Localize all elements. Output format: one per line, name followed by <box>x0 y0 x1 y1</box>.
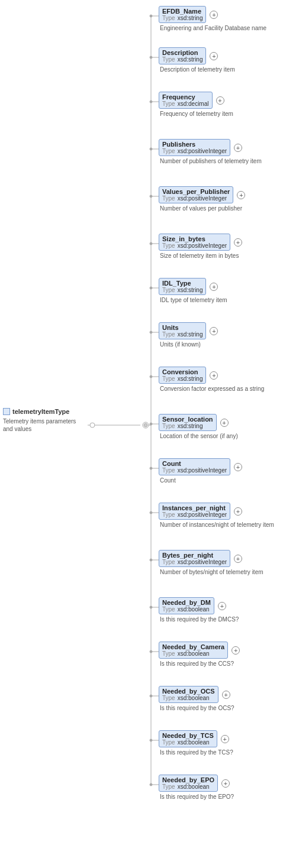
svg-point-7 <box>150 15 152 17</box>
field-name-Bytes_per_night: Bytes_per_night <box>162 552 227 559</box>
field-group-Size_in_bytes: Size_in_bytes Type xsd:positiveInteger +… <box>159 234 242 259</box>
field-header-Publishers: Publishers Type xsd:positiveInteger + <box>159 139 262 156</box>
type-val-Frequency: xsd:decimal <box>178 101 209 107</box>
type-val-Needed_by_TCS: xsd:boolean <box>178 739 210 746</box>
field-name-Conversion: Conversion <box>162 368 202 375</box>
type-val-Units: xsd:string <box>178 331 203 338</box>
field-description-Sensor_location: Location of the sensor (if any) <box>159 433 238 439</box>
field-header-IDL_Type: IDL_Type Type xsd:string + <box>159 278 227 295</box>
field-name-Needed_by_TCS: Needed_by_TCS <box>162 732 214 739</box>
field-group-Values_per_Publisher: Values_per_Publisher Type xsd:positiveIn… <box>159 186 245 212</box>
field-name-Units: Units <box>162 324 202 331</box>
plus-button-IDL_Type[interactable]: + <box>210 283 218 291</box>
svg-point-41 <box>150 783 152 786</box>
field-box-Values_per_Publisher: Values_per_Publisher Type xsd:positiveIn… <box>159 186 233 203</box>
field-group-Bytes_per_night: Bytes_per_night Type xsd:positiveInteger… <box>159 550 263 575</box>
plus-button-Needed_by_Camera[interactable]: + <box>232 646 240 655</box>
svg-point-19 <box>150 287 152 289</box>
type-key-Bytes_per_night: Type <box>162 559 175 565</box>
plus-button-Sensor_location[interactable]: + <box>220 419 229 427</box>
type-val-Size_in_bytes: xsd:positiveInteger <box>178 242 227 249</box>
plus-button-Count[interactable]: + <box>234 463 242 471</box>
plus-button-Frequency[interactable]: + <box>216 96 224 105</box>
field-name-Publishers: Publishers <box>162 141 227 148</box>
left-box: telemetryItemType Telemetry items parame… <box>3 408 80 433</box>
field-description-Publishers: Number of publishers of telemetry item <box>159 158 262 164</box>
type-key-Conversion: Type <box>162 375 175 382</box>
svg-point-27 <box>150 467 152 469</box>
svg-point-21 <box>150 331 152 333</box>
svg-point-39 <box>150 739 152 741</box>
plus-button-Values_per_Publisher[interactable]: + <box>237 191 245 199</box>
field-box-Instances_per_night: Instances_per_night Type xsd:positiveInt… <box>159 503 230 520</box>
field-type-Units: Type xsd:string <box>162 331 202 338</box>
field-description-Count: Count <box>159 477 242 484</box>
field-type-Needed_by_TCS: Type xsd:boolean <box>162 739 214 746</box>
plus-button-Needed_by_EPO[interactable]: + <box>221 779 230 788</box>
field-description-EFDB_Name: Engineering and Facility Database name <box>159 25 266 31</box>
type-val-Description: xsd:string <box>178 56 203 63</box>
plus-button-Conversion[interactable]: + <box>210 371 218 380</box>
type-val-Needed_by_DM: xsd:boolean <box>178 606 210 613</box>
svg-point-35 <box>150 650 152 653</box>
field-group-IDL_Type: IDL_Type Type xsd:string + IDL type of t… <box>159 278 227 303</box>
field-header-Conversion: Conversion Type xsd:string + <box>159 367 264 384</box>
type-key-Instances_per_night: Type <box>162 511 175 518</box>
field-type-Needed_by_EPO: Type xsd:boolean <box>162 783 214 790</box>
field-description-Needed_by_Camera: Is this required by the CCS? <box>159 660 240 667</box>
field-type-Instances_per_night: Type xsd:positiveInteger <box>162 511 227 518</box>
plus-button-EFDB_Name[interactable]: + <box>210 11 218 19</box>
field-header-Needed_by_OCS: Needed_by_OCS Type xsd:boolean + <box>159 686 234 703</box>
field-group-Count: Count Type xsd:positiveInteger + Count <box>159 458 242 484</box>
type-key-Size_in_bytes: Type <box>162 242 175 249</box>
field-group-Instances_per_night: Instances_per_night Type xsd:positiveInt… <box>159 503 274 528</box>
type-key-Needed_by_TCS: Type <box>162 739 175 746</box>
field-header-Instances_per_night: Instances_per_night Type xsd:positiveInt… <box>159 503 274 520</box>
field-box-Needed_by_TCS: Needed_by_TCS Type xsd:boolean <box>159 730 217 747</box>
type-icon <box>3 408 10 415</box>
svg-point-29 <box>150 511 152 514</box>
svg-point-15 <box>150 195 152 197</box>
type-key-Sensor_location: Type <box>162 423 175 429</box>
field-header-Needed_by_DM: Needed_by_DM Type xsd:boolean + <box>159 597 239 614</box>
plus-button-Units[interactable]: + <box>210 327 218 335</box>
plus-button-Description[interactable]: + <box>210 52 218 60</box>
svg-point-13 <box>150 148 152 150</box>
field-group-Sensor_location: Sensor_location Type xsd:string + Locati… <box>159 414 238 439</box>
field-description-Values_per_Publisher: Number of values per publisher <box>159 205 245 212</box>
field-type-EFDB_Name: Type xsd:string <box>162 15 202 21</box>
field-type-Frequency: Type xsd:decimal <box>162 101 209 107</box>
type-key-Needed_by_EPO: Type <box>162 783 175 790</box>
field-name-EFDB_Name: EFDB_Name <box>162 8 202 15</box>
left-box-description: Telemetry items parameters and values <box>3 417 80 433</box>
type-val-Needed_by_Camera: xsd:boolean <box>178 650 210 657</box>
svg-point-11 <box>150 101 152 103</box>
field-description-Needed_by_TCS: Is this required by the TCS? <box>159 749 233 756</box>
plus-button-Needed_by_OCS[interactable]: + <box>222 691 230 699</box>
plus-button-Needed_by_TCS[interactable]: + <box>221 735 229 743</box>
field-header-Bytes_per_night: Bytes_per_night Type xsd:positiveInteger… <box>159 550 263 567</box>
svg-point-33 <box>150 606 152 608</box>
plus-button-Publishers[interactable]: + <box>234 144 242 152</box>
plus-button-Size_in_bytes[interactable]: + <box>234 238 242 247</box>
type-key-Needed_by_Camera: Type <box>162 650 175 657</box>
field-header-Needed_by_EPO: Needed_by_EPO Type xsd:boolean + <box>159 775 234 792</box>
plus-button-Needed_by_DM[interactable]: + <box>218 602 226 610</box>
field-type-Count: Type xsd:positiveInteger <box>162 467 227 474</box>
field-header-Frequency: Frequency Type xsd:decimal + <box>159 92 233 109</box>
field-box-Bytes_per_night: Bytes_per_night Type xsd:positiveInteger <box>159 550 230 567</box>
field-header-Needed_by_Camera: Needed_by_Camera Type xsd:boolean + <box>159 642 240 659</box>
field-name-Needed_by_OCS: Needed_by_OCS <box>162 688 215 695</box>
field-header-Values_per_Publisher: Values_per_Publisher Type xsd:positiveIn… <box>159 186 245 203</box>
field-group-Units: Units Type xsd:string + Units (if known) <box>159 322 218 348</box>
field-box-EFDB_Name: EFDB_Name Type xsd:string <box>159 6 206 23</box>
field-group-Needed_by_OCS: Needed_by_OCS Type xsd:boolean + Is this… <box>159 686 234 711</box>
plus-button-Bytes_per_night[interactable]: + <box>234 555 242 563</box>
field-group-Conversion: Conversion Type xsd:string + Conversion … <box>159 367 264 392</box>
field-description-Bytes_per_night: Number of bytes/night of telemetry item <box>159 569 263 575</box>
field-type-Publishers: Type xsd:positiveInteger <box>162 148 227 154</box>
field-group-Needed_by_Camera: Needed_by_Camera Type xsd:boolean + Is t… <box>159 642 240 667</box>
left-box-label: telemetryItemType <box>12 408 69 415</box>
type-val-Instances_per_night: xsd:positiveInteger <box>178 511 227 518</box>
plus-button-Instances_per_night[interactable]: + <box>234 507 242 516</box>
